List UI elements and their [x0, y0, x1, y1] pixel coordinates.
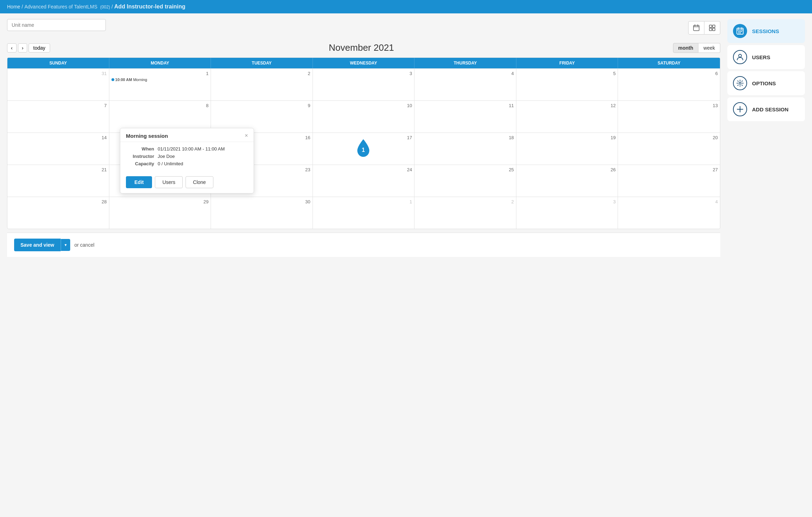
grid-view-button[interactable] [704, 21, 720, 35]
drop-marker: 1 [355, 139, 371, 159]
popup-users-button[interactable]: Users [155, 176, 183, 188]
week-view-button[interactable]: week [698, 43, 720, 53]
save-view-main-button[interactable]: Save and view [14, 239, 61, 251]
cell-oct-31[interactable]: 31 [7, 69, 109, 100]
day-header-mon: MONDAY [109, 58, 211, 68]
cell-date: 24 [315, 167, 412, 172]
sessions-icon [733, 24, 747, 38]
cell-nov-1[interactable]: 1 10:00 AM Morning [109, 69, 211, 100]
cell-nov-4[interactable]: 4 [414, 69, 516, 100]
cell-nov-13[interactable]: 13 [618, 101, 720, 133]
sidebar-item-options[interactable]: OPTIONS [727, 71, 805, 95]
cell-date: 29 [111, 199, 209, 204]
cell-date: 3 [315, 71, 412, 76]
month-view-button[interactable]: month [673, 43, 699, 53]
calendar-grid: SUNDAY MONDAY TUESDAY WEDNESDAY THURSDAY… [7, 57, 720, 229]
popup-capacity-value: 0 / Unlimited [158, 161, 183, 166]
calendar-title: November 2021 [329, 42, 394, 53]
cell-nov-25[interactable]: 25 [414, 165, 516, 197]
prev-month-button[interactable]: ‹ [7, 43, 17, 53]
svg-rect-16 [738, 32, 739, 33]
unit-name-input[interactable] [7, 19, 106, 31]
sidebar-item-sessions[interactable]: SESSIONS [727, 19, 805, 43]
sidebar: SESSIONS USERS OPTIONS [727, 19, 805, 508]
popup-when-row: When 01/11/2021 10:00 AM - 11:00 AM [126, 146, 248, 152]
cell-date: 2 [417, 199, 514, 204]
day-header-sat: SATURDAY [618, 58, 720, 68]
cell-nov-17[interactable]: 17 1 [313, 133, 415, 165]
cell-date: 13 [620, 103, 718, 108]
cell-nov-10[interactable]: 10 [313, 101, 415, 133]
cell-dec-2[interactable]: 2 [414, 197, 516, 229]
add-session-icon [733, 102, 747, 116]
cell-nov-7[interactable]: 7 [7, 101, 109, 133]
top-input-row [7, 19, 720, 37]
cell-nov-14[interactable]: 14 [7, 133, 109, 165]
sidebar-item-users[interactable]: USERS [727, 45, 805, 69]
calendar-week-4: 21 22 23 24 25 26 27 [7, 165, 720, 197]
calendar-nav-buttons: ‹ › today [7, 43, 50, 53]
add-session-label: ADD SESSION [752, 106, 788, 112]
cell-nov-19[interactable]: 19 [516, 133, 618, 165]
cell-nov-30[interactable]: 30 [211, 197, 313, 229]
breadcrumb-home[interactable]: Home [7, 4, 20, 10]
cell-date: 7 [10, 103, 107, 108]
options-label: OPTIONS [752, 80, 776, 86]
popup-body: When 01/11/2021 10:00 AM - 11:00 AM Inst… [120, 142, 254, 173]
cell-nov-5[interactable]: 5 [516, 69, 618, 100]
popup-when-label: When [126, 146, 154, 152]
cell-date: 14 [10, 135, 107, 140]
cell-date: 31 [10, 71, 107, 76]
cell-date: 2 [213, 71, 310, 76]
cell-nov-21[interactable]: 21 [7, 165, 109, 197]
sidebar-item-add-session[interactable]: ADD SESSION [727, 97, 805, 121]
cell-nov-12[interactable]: 12 [516, 101, 618, 133]
cell-date: 25 [417, 167, 514, 172]
popup-close-button[interactable]: × [245, 133, 248, 139]
svg-rect-5 [713, 25, 715, 27]
cell-nov-29[interactable]: 29 [109, 197, 211, 229]
cell-date: 27 [620, 167, 718, 172]
svg-rect-6 [709, 28, 712, 31]
cell-nov-6[interactable]: 6 [618, 69, 720, 100]
cell-nov-20[interactable]: 20 [618, 133, 720, 165]
svg-text:1: 1 [362, 147, 365, 153]
cell-nov-27[interactable]: 27 [618, 165, 720, 197]
cell-nov-26[interactable]: 26 [516, 165, 618, 197]
breadcrumb-course[interactable]: Advanced Features of TalentLMS (002) [24, 4, 110, 10]
popup-title: Morning session [126, 133, 168, 139]
cell-date: 20 [620, 135, 718, 140]
cell-nov-11[interactable]: 11 [414, 101, 516, 133]
cell-nov-18[interactable]: 18 [414, 133, 516, 165]
cell-date: 26 [519, 167, 616, 172]
next-month-button[interactable]: › [18, 43, 28, 53]
svg-rect-4 [709, 25, 712, 27]
cell-nov-24[interactable]: 24 [313, 165, 415, 197]
today-button[interactable]: today [29, 43, 50, 53]
popup-edit-button[interactable]: Edit [126, 176, 152, 188]
calendar-week-5: 28 29 30 1 2 3 4 [7, 197, 720, 229]
popup-capacity-label: Capacity [126, 161, 154, 166]
calendar-view-button[interactable] [688, 21, 704, 35]
cell-nov-3[interactable]: 3 [313, 69, 415, 100]
cell-dec-4[interactable]: 4 [618, 197, 720, 229]
cell-date: 4 [620, 199, 718, 204]
save-view-arrow-button[interactable]: ▾ [61, 239, 70, 251]
day-header-fri: FRIDAY [516, 58, 618, 68]
calendar-wrapper: SUNDAY MONDAY TUESDAY WEDNESDAY THURSDAY… [7, 57, 720, 229]
cell-date: 1 [315, 199, 412, 204]
cell-nov-2[interactable]: 2 [211, 69, 313, 100]
cell-nov-28[interactable]: 28 [7, 197, 109, 229]
event-time: 10:00 AM [115, 78, 132, 82]
popup-instructor-value: Joe Doe [158, 154, 175, 159]
cell-date: 19 [519, 135, 616, 140]
cell-date: 1 [111, 71, 209, 76]
session-popup: Morning session × When 01/11/2021 10:00 … [120, 128, 254, 193]
svg-rect-14 [740, 31, 741, 32]
or-cancel-text[interactable]: or cancel [74, 242, 95, 248]
cell-dec-1[interactable]: 1 [313, 197, 415, 229]
event-name: Morning [133, 78, 147, 82]
popup-clone-button[interactable]: Clone [186, 176, 213, 188]
cell-dec-3[interactable]: 3 [516, 197, 618, 229]
event-morning-session[interactable]: 10:00 AM Morning [111, 78, 209, 82]
